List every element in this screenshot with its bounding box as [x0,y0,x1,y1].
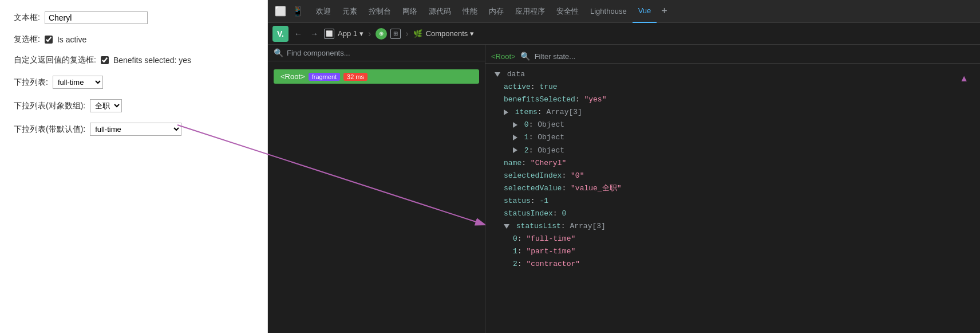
tab-security[interactable]: 安全性 [551,0,584,23]
dropdown-obj-select[interactable]: 全职 兼职 [90,99,122,112]
nav-icon-symbol: ⊕ [379,30,384,37]
dropdown-default-select[interactable]: full-time part-time contractor [90,123,181,136]
component-frame-icon[interactable]: ⬜ [324,29,334,39]
tab-network[interactable]: 网络 [397,0,423,23]
app-selector-arrow: ▾ [359,29,363,38]
components-label: Components [426,29,468,38]
root-tag[interactable]: <Root> [491,52,516,61]
prop-status-list-2: 2: "contractor" [495,258,971,271]
checkbox-label-prefix: 复选框: [14,34,40,45]
tab-console[interactable]: 控制台 [363,0,397,23]
dropdown-obj-row: 下拉列表(对象数组): 全职 兼职 [14,99,254,112]
prop-items-0: 0: Object [495,119,971,131]
fragment-badge: fragment [309,73,340,81]
tab-welcome[interactable]: 欢迎 [310,0,337,23]
root-component-item[interactable]: <Root> fragment 32 ms [274,69,479,84]
status-list-triangle[interactable] [504,224,509,229]
prop-benefits-selected: benefitsSelected: "yes" [495,93,971,106]
filter-placeholder: Filter state... [535,52,576,61]
components-arrow: ▾ [470,29,474,38]
text-input[interactable] [45,11,148,24]
vue-toolbar: V. ← → ⬜ App 1 ▾ › ⊕ ⊞ › 🌿 Components ▾ [268,23,980,45]
components-selector[interactable]: Components ▾ [426,29,475,38]
tab-elements[interactable]: 元素 [337,0,363,23]
custom-checkbox[interactable] [101,56,109,64]
items-triangle[interactable] [504,109,508,115]
dropdown-default-label: 下拉列表(带默认值): [14,124,85,135]
dropdown-row: 下拉列表: full-time part-time contractor [14,76,254,89]
prop-status: status: -1 [495,195,971,207]
prop-items: items: Array[3] [495,106,971,119]
left-panel: 文本框: 复选框: Is active 自定义返回值的复选框: Benefits… [0,0,268,333]
tree-panel: 🔍 Find components... <Root> fragment 32 … [268,45,485,333]
forward-button[interactable]: → [308,28,321,40]
prop-active: active: true [495,81,971,93]
dropdown-obj-label: 下拉列表(对象数组): [14,101,85,111]
prop-status-list-0: 0: "full-time" [495,233,971,245]
data-panel: <Root> 🔍 Filter state... data active: tr… [485,45,980,333]
filter-icon: 🔍 [520,52,530,61]
vue-logo: V. [272,26,289,42]
search-placeholder: Find components... [287,49,350,57]
prop-items-2: 2: Object [495,144,971,157]
checkbox-row: 复选框: Is active [14,34,254,45]
tab-lighthouse[interactable]: Lighthouse [584,0,633,23]
dropdown-default-row: 下拉列表(带默认值): full-time part-time contract… [14,123,254,136]
prop-status-list-1: 1: "part-time" [495,245,971,258]
app-selector[interactable]: App 1 ▾ [338,29,363,38]
text-field-row: 文本框: [14,11,254,24]
devtools-panel: ⬜ 📱 欢迎 元素 控制台 网络 源代码 性能 内存 应用程序 安全性 Ligh… [268,0,980,333]
search-icon: 🔍 [274,48,283,57]
prop-selected-index: selectedIndex: "0" [495,170,971,182]
component-tree-icon: 🌿 [413,29,422,38]
nav-green-icon[interactable]: ⊕ [376,28,387,40]
prop-status-index: statusIndex: 0 [495,207,971,220]
prop-items-1: 1: Object [495,131,971,144]
tab-sources[interactable]: 源代码 [423,0,457,23]
toolbar-icons: ⬜ 📱 [270,6,308,17]
back-button[interactable]: ← [292,28,305,40]
dropdown-select[interactable]: full-time part-time contractor [53,76,103,89]
tab-bar: ⬜ 📱 欢迎 元素 控制台 网络 源代码 性能 内存 应用程序 安全性 Ligh… [268,0,980,23]
items-2-triangle[interactable] [513,147,517,153]
tab-memory[interactable]: 内存 [483,0,509,23]
app-selector-label: App 1 [338,29,357,38]
prop-status-list: statusList: Array[3] [495,220,971,233]
inspect-icon[interactable]: ⬜ [275,6,286,17]
text-field-label: 文本框: [14,13,40,23]
prop-name: name: "Cheryl" [495,157,971,170]
add-tab-button[interactable]: + [657,5,672,17]
status-caret-icon: ▲ [959,73,969,328]
is-active-label: Is active [57,35,86,44]
tab-performance[interactable]: 性能 [457,0,483,23]
is-active-checkbox[interactable] [45,36,53,44]
main-content: 🔍 Find components... <Root> fragment 32 … [268,45,980,333]
custom-checkbox-value: Benefits selected: yes [113,56,191,65]
tree-content: <Root> fragment 32 ms [268,61,485,333]
device-icon[interactable]: 📱 [292,6,303,17]
dropdown-label: 下拉列表: [14,77,48,88]
data-section-label: data [507,70,525,79]
component-grid-icon[interactable]: ⊞ [390,29,401,39]
custom-checkbox-label: 自定义返回值的复选框: [14,55,96,65]
ms-badge: 32 ms [343,73,368,81]
separator-1: › [367,29,372,39]
items-0-triangle[interactable] [513,122,517,128]
custom-checkbox-row: 自定义返回值的复选框: Benefits selected: yes [14,55,254,65]
tab-application[interactable]: 应用程序 [509,0,551,23]
search-bar: 🔍 Find components... [268,45,485,61]
data-content: data active: true benefitsSelected: "yes… [485,64,980,276]
separator-2: › [404,29,409,39]
items-1-triangle[interactable] [513,135,517,140]
prop-selected-value: selectedValue: "value_全职" [495,182,971,195]
tab-vue[interactable]: Vue [633,0,657,23]
data-toolbar: <Root> 🔍 Filter state... [485,49,980,64]
data-triangle [495,72,500,77]
root-label: <Root> [280,72,305,81]
